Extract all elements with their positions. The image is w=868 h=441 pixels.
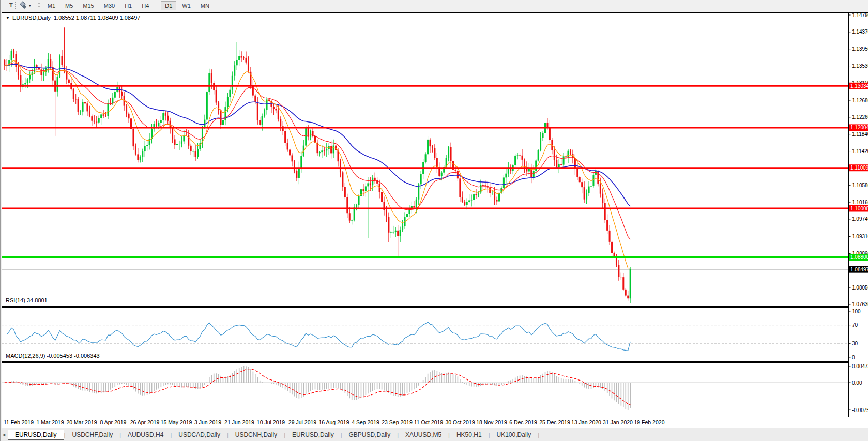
tab-uk100-daily[interactable]: UK100,Daily <box>490 430 538 440</box>
date-axis-label: 23 Sep 2019 <box>382 419 413 425</box>
tab-scroll-left-icon[interactable]: ◄ <box>1 432 8 437</box>
chevron-down-icon[interactable]: ▼ <box>6 16 10 20</box>
timeframe-button-m5[interactable]: M5 <box>61 1 77 10</box>
date-axis-label: 16 Aug 2019 <box>319 419 349 425</box>
tab-usdchf-daily[interactable]: USDCHF,Daily <box>65 430 119 440</box>
price-axis-label: 1.12260 <box>852 114 868 120</box>
text-tool-button[interactable]: T <box>4 1 18 10</box>
date-axis-label: 11 Feb 2019 <box>4 419 34 425</box>
chevron-down-icon: ▾ <box>29 3 31 8</box>
price-axis-label: 1.08050 <box>852 285 868 291</box>
price-line-badge: 1.08800 <box>849 254 868 261</box>
tab-hk50-h1[interactable]: HK50,H1 <box>450 430 489 440</box>
toolbar-grip[interactable] <box>38 2 40 9</box>
date-axis-label: 8 Apr 2019 <box>100 419 127 425</box>
price-axis-label: 1.12680 <box>852 98 868 103</box>
price-axis-label: 1.13530 <box>852 63 868 69</box>
macd-indicator-label: MACD(12,26,9) -0.005453 -0.006343 <box>6 353 100 359</box>
timeframe-button-h4[interactable]: H4 <box>138 1 153 10</box>
date-axis-label: 11 Oct 2019 <box>414 419 443 425</box>
date-axis-label: 3 Jun 2019 <box>194 419 221 425</box>
chart-header: ▼EURUSD,Daily 1.08552 1.08711 1.08409 1.… <box>6 14 140 21</box>
date-axis-label: 15 May 2019 <box>161 419 192 425</box>
timeframe-button-w1[interactable]: W1 <box>178 1 195 10</box>
timeframe-button-group: M1M5M15M30H1H4D1W1MN <box>43 1 214 10</box>
price-line-badge: 1.12004 <box>849 124 868 131</box>
tab-usdcnh-daily[interactable]: USDCNH,Daily <box>229 430 284 440</box>
tab-eurusd-daily[interactable]: EURUSD,Daily <box>285 430 341 440</box>
date-axis-label: 30 Oct 2019 <box>445 419 475 425</box>
rsi-axis-label: 0 <box>852 355 855 360</box>
chart-symbol-label: EURUSD,Daily <box>12 14 51 21</box>
price-line-badge-label: 1.13034 <box>850 83 868 89</box>
ohlc-close: 1.08497 <box>120 14 141 21</box>
date-axis-label: 4 Sep 2019 <box>352 419 379 425</box>
price-line-badge: 1.10008 <box>849 205 868 212</box>
date-axis-label: 13 Jan 2020 <box>571 419 601 425</box>
date-axis-label: 6 Dec 2019 <box>509 419 537 425</box>
chart-background <box>2 12 868 417</box>
timeframe-button-m1[interactable]: M1 <box>43 1 59 10</box>
timeframe-button-m15[interactable]: M15 <box>79 1 98 10</box>
date-axis-label: 18 Nov 2019 <box>476 419 507 425</box>
ohlc-high: 1.08711 <box>76 14 96 21</box>
macd-value: -0.005453 -0.006343 <box>47 353 99 359</box>
rsi-indicator-label: RSI(14) 34.8801 <box>6 297 48 303</box>
macd-name: MACD(12,26,9) <box>6 353 45 359</box>
date-axis-label: 19 Feb 2020 <box>634 419 665 425</box>
price-line-badge: 1.13034 <box>849 83 868 89</box>
date-axis-label: 25 Dec 2019 <box>539 419 570 425</box>
price-axis-label: 1.10580 <box>852 183 868 188</box>
price-axis-label: 1.11840 <box>852 131 868 137</box>
rsi-value: 34.8801 <box>27 297 48 303</box>
rsi-axis-label: 70 <box>852 322 858 328</box>
ohlc-low: 1.08409 <box>98 14 118 21</box>
price-axis-label: 1.11420 <box>852 148 868 154</box>
price-axis-label: 1.10160 <box>852 200 868 205</box>
rsi-axis-label: 30 <box>852 341 858 346</box>
price-line-badge-label: 1.10008 <box>850 206 868 211</box>
date-axis: 11 Feb 20191 Mar 201920 Mar 20198 Apr 20… <box>2 417 868 428</box>
chart-tab-bar: ◄ EURUSD,Daily|USDCHF,Daily|AUDUSD,H4|US… <box>1 428 868 441</box>
date-axis-label: 20 Mar 2019 <box>67 419 97 425</box>
timeframe-button-mn[interactable]: MN <box>196 1 214 10</box>
tab-eurusd-daily[interactable]: EURUSD,Daily <box>8 430 64 440</box>
price-axis-label: 1.09310 <box>852 234 868 239</box>
shapes-tool-button[interactable]: ▾ <box>18 1 34 10</box>
price-line-badge-label: 1.11009 <box>850 165 868 171</box>
price-chart[interactable]: 1.147901.143701.139501.135301.131101.126… <box>2 12 868 417</box>
price-axis-label: 1.09740 <box>852 216 868 222</box>
tab-usdcad-daily[interactable]: USDCAD,Daily <box>172 430 227 440</box>
price-axis-label: 1.13950 <box>852 46 868 52</box>
date-axis-label: 21 Jun 2019 <box>224 419 254 425</box>
macd-axis-label: 0.004738 <box>852 363 868 369</box>
price-axis-label: 1.14370 <box>852 29 868 35</box>
tab-separator: | <box>538 432 539 438</box>
rsi-axis-label: 100 <box>852 309 861 314</box>
price-line-badge-label: 1.12004 <box>850 125 868 130</box>
toolbar-separator <box>157 2 157 9</box>
text-tool-icon: T <box>7 2 16 9</box>
chart-window: 1.147901.143701.139501.135301.131101.126… <box>2 12 868 417</box>
date-axis-label: 29 Jul 2019 <box>288 419 316 425</box>
ohlc-open: 1.08552 <box>54 14 74 21</box>
price-axis-label: 1.07630 <box>852 301 868 307</box>
date-axis-label: 1 Mar 2019 <box>36 419 64 425</box>
price-axis-label: 1.14790 <box>852 12 868 18</box>
macd-axis-label: -0.00758 <box>852 407 868 413</box>
tab-xauusd-m5[interactable]: XAUUSD,M5 <box>399 430 448 440</box>
terminal-window: T ▾ M1M5M15M30H1H4D1W1MN 1.147901.143701… <box>0 0 868 441</box>
price-line-badge: 1.08497 <box>849 266 868 273</box>
tab-gbpusd-daily[interactable]: GBPUSD,Daily <box>342 430 398 440</box>
toolbar: T ▾ M1M5M15M30H1H4D1W1MN <box>1 0 868 11</box>
date-axis-label: 10 Jul 2019 <box>257 419 285 425</box>
date-axis-label: 26 Apr 2019 <box>130 419 160 425</box>
timeframe-button-m30[interactable]: M30 <box>100 1 119 10</box>
price-line-badge: 1.11009 <box>849 164 868 171</box>
timeframe-button-d1[interactable]: D1 <box>161 1 176 10</box>
timeframe-button-h1[interactable]: H1 <box>120 1 136 10</box>
tab-audusd-h4[interactable]: AUDUSD,H4 <box>121 430 170 440</box>
price-line-badge-label: 1.08497 <box>850 267 868 272</box>
rsi-name: RSI(14) <box>6 297 25 303</box>
price-line-badge-label: 1.08800 <box>850 254 868 260</box>
